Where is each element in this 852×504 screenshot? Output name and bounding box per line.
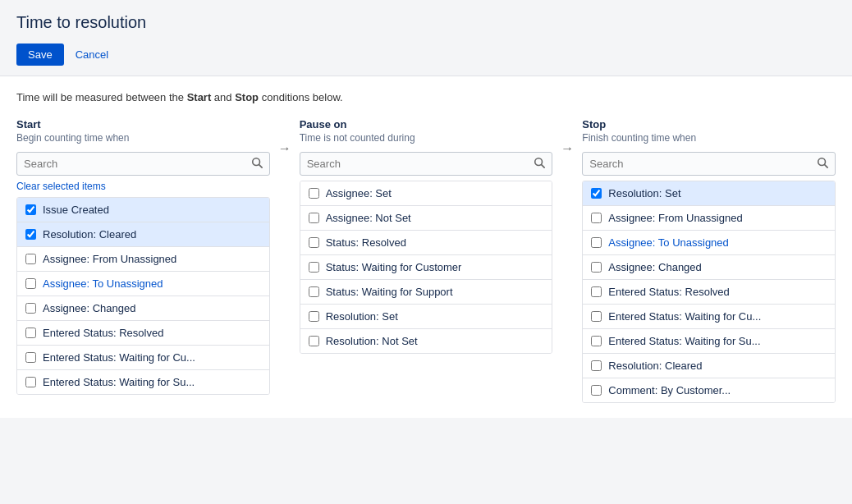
start-list: Issue CreatedResolution: ClearedAssignee…: [16, 197, 270, 395]
list-item[interactable]: Resolution: Set: [300, 305, 552, 329]
list-item-checkbox[interactable]: [309, 311, 319, 322]
description: Time will be measured between the Start …: [16, 91, 836, 103]
list-item-checkbox[interactable]: [25, 254, 36, 264]
pause-column: Pause on Time is not counted during Assi…: [300, 118, 553, 354]
list-item-label: Assignee: From Unassigned: [43, 253, 176, 265]
list-item-checkbox[interactable]: [591, 262, 602, 273]
list-item[interactable]: Resolution: Set: [583, 181, 835, 206]
list-item-checkbox[interactable]: [25, 303, 36, 314]
arrow-start-pause: →: [270, 118, 300, 156]
start-label: Start: [16, 118, 270, 131]
list-item[interactable]: Resolution: Cleared: [583, 354, 835, 378]
list-item-checkbox[interactable]: [591, 336, 602, 346]
list-item-checkbox[interactable]: [25, 204, 36, 215]
list-item[interactable]: Entered Status: Resolved: [583, 280, 835, 305]
list-item[interactable]: Status: Waiting for Customer: [300, 255, 552, 280]
list-item-label: Assignee: Not Set: [326, 212, 411, 224]
list-item-checkbox[interactable]: [591, 188, 602, 199]
list-item-checkbox[interactable]: [309, 286, 319, 297]
list-item[interactable]: Assignee: To Unassigned: [583, 231, 835, 255]
list-item-label: Resolution: Set: [326, 310, 398, 323]
stop-list: Resolution: SetAssignee: From Unassigned…: [582, 181, 836, 403]
list-item[interactable]: Status: Resolved: [300, 231, 552, 255]
list-item-checkbox[interactable]: [25, 377, 36, 387]
list-item[interactable]: Entered Status: Waiting for Su...: [583, 329, 835, 354]
list-item-checkbox[interactable]: [309, 336, 319, 346]
search-icon: [534, 157, 545, 171]
svg-line-1: [259, 165, 262, 168]
svg-line-5: [825, 165, 828, 168]
start-column: Start Begin counting time when Clear sel…: [16, 118, 270, 395]
list-item-checkbox[interactable]: [25, 229, 36, 240]
list-item-label: Entered Status: Waiting for Cu...: [43, 351, 195, 364]
list-item-label: Assignee: Changed: [43, 302, 135, 314]
pause-search-input[interactable]: [307, 158, 534, 170]
list-item-checkbox[interactable]: [591, 213, 602, 223]
list-item-checkbox[interactable]: [309, 237, 319, 248]
search-icon: [251, 157, 263, 171]
list-item-checkbox[interactable]: [591, 360, 602, 371]
list-item[interactable]: Entered Status: Waiting for Cu...: [17, 346, 269, 370]
list-item[interactable]: Issue Created: [17, 198, 269, 222]
list-item-checkbox[interactable]: [591, 385, 602, 396]
clear-selected-link[interactable]: Clear selected items: [16, 181, 270, 192]
list-item-label: Status: Resolved: [326, 236, 406, 249]
page-header: Time to resolution Save Cancel: [0, 0, 852, 76]
main-content: Time will be measured between the Start …: [0, 76, 852, 418]
list-item-label: Entered Status: Resolved: [43, 327, 163, 339]
list-item-checkbox[interactable]: [591, 286, 602, 297]
list-item-checkbox[interactable]: [591, 311, 602, 322]
list-item[interactable]: Comment: By Customer...: [583, 378, 835, 402]
list-item[interactable]: Entered Status: Waiting for Su...: [17, 370, 269, 394]
start-search-input[interactable]: [24, 158, 251, 170]
list-item-label: Resolution: Set: [608, 187, 680, 199]
list-item-label: Assignee: From Unassigned: [608, 212, 742, 224]
stop-column: Stop Finish counting time when Resolutio…: [582, 118, 836, 403]
list-item-label: Status: Waiting for Support: [326, 286, 453, 298]
page-title: Time to resolution: [16, 13, 836, 32]
list-item-checkbox[interactable]: [591, 237, 602, 248]
list-item[interactable]: Entered Status: Resolved: [17, 321, 269, 346]
list-item-label: Entered Status: Resolved: [608, 286, 729, 298]
cancel-button[interactable]: Cancel: [72, 44, 112, 66]
pause-label: Pause on: [300, 118, 553, 131]
list-item-label: Entered Status: Waiting for Su...: [43, 376, 195, 388]
list-item-label: Comment: By Customer...: [608, 384, 731, 396]
list-item-label: Status: Waiting for Customer: [326, 261, 462, 273]
list-item-checkbox[interactable]: [309, 213, 319, 223]
list-item[interactable]: Entered Status: Waiting for Cu...: [583, 305, 835, 329]
list-item[interactable]: Assignee: From Unassigned: [17, 247, 269, 272]
save-button[interactable]: Save: [16, 44, 64, 66]
arrow-pause-stop: →: [552, 118, 582, 156]
list-item-checkbox[interactable]: [25, 352, 36, 363]
list-item[interactable]: Assignee: Set: [300, 181, 552, 206]
list-item-label: Resolution: Cleared: [608, 360, 702, 372]
list-item[interactable]: Resolution: Cleared: [17, 222, 269, 247]
list-item[interactable]: Resolution: Not Set: [300, 329, 552, 353]
list-item[interactable]: Assignee: From Unassigned: [583, 206, 835, 231]
list-item-label: Resolution: Not Set: [326, 335, 418, 347]
list-item-checkbox[interactable]: [309, 188, 319, 199]
list-item[interactable]: Assignee: Changed: [17, 296, 269, 321]
list-item-checkbox[interactable]: [25, 328, 36, 338]
columns-wrapper: Start Begin counting time when Clear sel…: [16, 118, 836, 403]
stop-label: Stop: [582, 118, 836, 131]
list-item[interactable]: Status: Waiting for Support: [300, 280, 552, 305]
list-item-checkbox[interactable]: [25, 278, 36, 289]
list-item-label: Issue Created: [43, 204, 109, 216]
list-item-label: Assignee: Changed: [608, 261, 701, 273]
pause-sublabel: Time is not counted during: [300, 132, 553, 144]
svg-line-3: [542, 165, 545, 168]
list-item-checkbox[interactable]: [309, 262, 319, 273]
list-item[interactable]: Assignee: Not Set: [300, 206, 552, 231]
start-search-box[interactable]: [16, 152, 270, 176]
list-item[interactable]: Assignee: To Unassigned: [17, 272, 269, 296]
list-item-label: Entered Status: Waiting for Cu...: [608, 310, 761, 323]
list-item[interactable]: Assignee: Changed: [583, 255, 835, 280]
stop-search-box[interactable]: [582, 152, 836, 176]
stop-search-input[interactable]: [589, 158, 817, 170]
toolbar: Save Cancel: [16, 44, 836, 76]
list-item-label: Resolution: Cleared: [43, 228, 136, 241]
pause-search-box[interactable]: [300, 152, 553, 176]
list-item-label: Assignee: Set: [326, 187, 392, 199]
